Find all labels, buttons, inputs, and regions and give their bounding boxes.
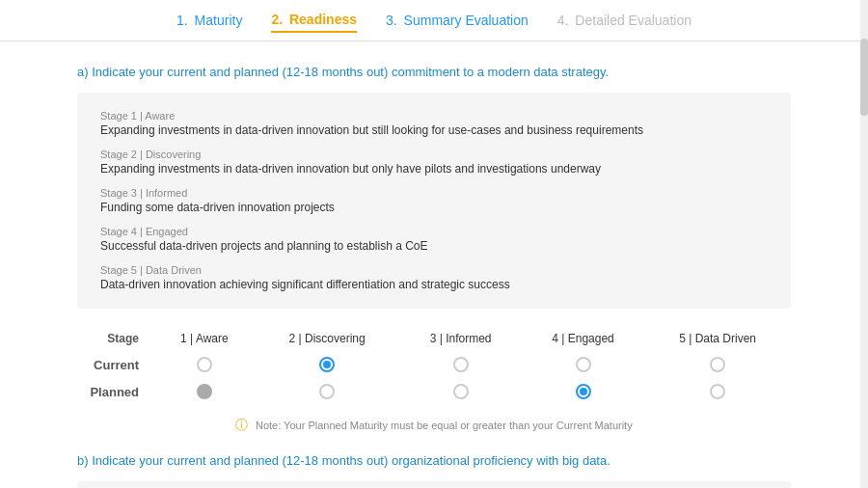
current-radio-5[interactable]	[644, 351, 791, 378]
planned-radio-data-driven[interactable]	[710, 384, 725, 399]
stage-4-desc: Successful data-driven projects and plan…	[100, 239, 768, 253]
maturity-note: ⓘ Note: Your Planned Maturity must be eq…	[77, 413, 791, 444]
stage-1-desc: Expanding investments in data-driven inn…	[100, 123, 768, 137]
stage-item-5: Stage 5 | Data Driven Data-driven innova…	[100, 264, 768, 291]
current-radio-2[interactable]	[255, 351, 400, 378]
planned-radio-4[interactable]	[522, 378, 644, 405]
stage-1-title: Stage 1 | Aware	[100, 110, 768, 122]
stage-item-3: Stage 3 | Informed Funding some data-dri…	[100, 187, 768, 214]
stage-col-header: Stage	[77, 326, 154, 351]
planned-radio-3[interactable]	[399, 378, 521, 405]
col-3-informed: 3 | Informed	[399, 326, 521, 351]
tab-maturity[interactable]: 1. Maturity	[176, 13, 242, 32]
planned-radio-engaged[interactable]	[576, 384, 591, 399]
tab-detailed-evaluation[interactable]: 4. Detailed Evaluation	[557, 13, 692, 32]
current-radio-1[interactable]	[154, 351, 255, 378]
scrollbar[interactable]	[860, 0, 868, 488]
info-icon: ⓘ	[235, 418, 248, 432]
current-row-label: Current	[77, 351, 154, 378]
planned-row-label: Planned	[77, 378, 154, 405]
current-radio-engaged[interactable]	[576, 357, 591, 372]
col-4-engaged: 4 | Engaged	[522, 326, 644, 351]
stage-item-2: Stage 2 | Discovering Expanding investme…	[100, 149, 768, 176]
stage-3-title: Stage 3 | Informed	[100, 187, 768, 199]
stage-item-4: Stage 4 | Engaged Successful data-driven…	[100, 226, 768, 253]
current-radio-3[interactable]	[399, 351, 521, 378]
stage-item-1: Stage 1 | Aware Expanding investments in…	[100, 110, 768, 137]
planned-radio-aware[interactable]	[197, 384, 212, 399]
current-radio-4[interactable]	[522, 351, 644, 378]
col-1-aware: 1 | Aware	[154, 326, 255, 351]
nav-tabs: 1. Maturity 2. Readiness 3. Summary Eval…	[0, 0, 868, 41]
section-b-label: b) Indicate your current and planned (12…	[77, 453, 791, 468]
planned-row: Planned	[77, 378, 791, 405]
section-a-label: a) Indicate your current and planned (12…	[77, 65, 791, 79]
note-text: Note: Your Planned Maturity must be equa…	[256, 420, 633, 431]
stages-box-b: Stage 1 | Aware No dedicated resources a…	[77, 481, 791, 488]
current-radio-discovering[interactable]	[319, 357, 335, 372]
tab-summary-evaluation[interactable]: 3. Summary Evaluation	[386, 13, 529, 32]
stages-box-a: Stage 1 | Aware Expanding investments in…	[77, 93, 791, 309]
scrollbar-thumb[interactable]	[860, 39, 868, 116]
planned-radio-discovering[interactable]	[319, 384, 335, 399]
current-radio-informed[interactable]	[453, 357, 469, 372]
stage-2-desc: Expanding investments in data-driven inn…	[100, 162, 768, 176]
stage-2-title: Stage 2 | Discovering	[100, 149, 768, 160]
current-row: Current	[77, 351, 791, 378]
maturity-table: Stage 1 | Aware 2 | Discovering 3 | Info…	[77, 326, 791, 405]
stage-5-desc: Data-driven innovation achieving signifi…	[100, 278, 768, 291]
current-radio-data-driven[interactable]	[710, 357, 725, 372]
stage-4-title: Stage 4 | Engaged	[100, 226, 768, 237]
planned-radio-1[interactable]	[154, 378, 255, 405]
current-radio-aware[interactable]	[197, 357, 212, 372]
planned-radio-5[interactable]	[644, 378, 791, 405]
stage-5-title: Stage 5 | Data Driven	[100, 264, 768, 276]
col-5-data-driven: 5 | Data Driven	[644, 326, 791, 351]
planned-radio-2[interactable]	[255, 378, 400, 405]
planned-radio-informed[interactable]	[453, 384, 469, 399]
tab-readiness[interactable]: 2. Readiness	[271, 12, 357, 33]
stage-3-desc: Funding some data-driven innovation proj…	[100, 201, 768, 214]
col-2-discovering: 2 | Discovering	[255, 326, 400, 351]
